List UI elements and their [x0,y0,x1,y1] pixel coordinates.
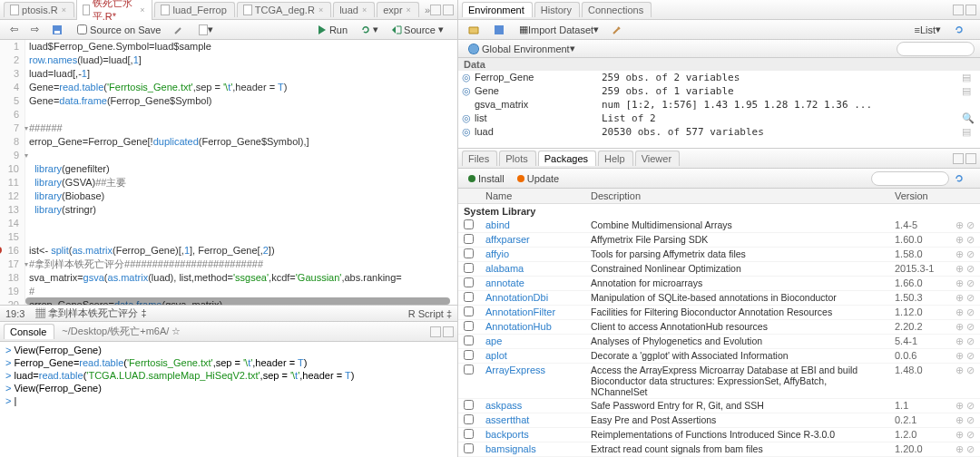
minimize-pane-icon[interactable] [953,153,964,164]
install-button[interactable]: Install [464,172,509,185]
scope-selector[interactable]: Global Environment ▾ [464,42,580,55]
history-tab[interactable]: History [534,2,580,17]
code-area[interactable]: luad$Ferrop_Gene.Symbol=luad$samplerow.n… [25,40,457,305]
close-icon[interactable]: × [318,5,323,15]
pkg-remove-icon[interactable]: ⊘ [966,350,975,362]
refresh-button[interactable] [949,172,971,185]
refresh-button[interactable] [949,24,971,36]
pkg-load-checkbox[interactable] [464,321,474,331]
pkg-remove-icon[interactable]: ⊘ [966,263,975,275]
maximize-pane-icon[interactable] [965,5,976,15]
packages-tab[interactable]: Packages [538,151,596,166]
rerun-button[interactable]: ▾ [356,23,383,36]
pkg-remove-icon[interactable]: ⊘ [966,234,975,246]
pkg-name-link[interactable]: backports [485,429,529,440]
env-row[interactable]: ◎Ferrop_Gene259 obs. of 2 variables▤ [458,71,980,84]
path-dropdown-icon[interactable]: ☆ [169,326,181,337]
load-workspace-button[interactable] [464,24,485,36]
pkg-remove-icon[interactable]: ⊘ [966,429,975,441]
env-row[interactable]: ◎Gene259 obs. of 1 variable▤ [458,84,980,98]
env-row[interactable]: ◎luad20530 obs. of 577 variables▤ [458,125,980,139]
env-action-icon[interactable] [962,99,976,111]
pkg-web-icon[interactable]: ⊕ [956,306,964,318]
forward-button[interactable]: ⇨ [26,23,44,36]
pkg-load-checkbox[interactable] [464,335,474,345]
expand-icon[interactable] [462,99,475,111]
source-on-save-box[interactable] [77,24,87,34]
expand-icon[interactable]: ◎ [462,112,475,124]
expand-icon[interactable]: ◎ [462,126,475,138]
save-button[interactable] [47,24,69,36]
pkg-remove-icon[interactable]: ⊘ [966,443,975,455]
plots-tab[interactable]: Plots [499,151,535,166]
run-button[interactable]: Run [312,24,352,36]
pkg-name-link[interactable]: assertthat [485,414,529,425]
pkg-remove-icon[interactable]: ⊘ [966,365,975,376]
env-action-icon[interactable]: ▤ [962,126,976,138]
notebook-button[interactable]: ▾ [194,23,218,36]
pkg-web-icon[interactable]: ⊕ [956,335,964,347]
pkg-load-checkbox[interactable] [464,365,474,374]
files-tab[interactable]: Files [462,151,497,166]
expand-icon[interactable]: ◎ [462,85,475,97]
console-tab[interactable]: Console [4,324,54,339]
pkg-load-checkbox[interactable] [464,248,474,258]
source-on-save-checkbox[interactable]: Source on Save [73,24,165,36]
pkg-remove-icon[interactable]: ⊘ [966,414,975,426]
pkg-load-checkbox[interactable] [464,414,474,424]
pkg-load-checkbox[interactable] [464,234,474,244]
editor-tab[interactable]: expr× [377,2,419,17]
environment-tab[interactable]: Environment [462,2,533,17]
pkg-name-link[interactable]: AnnotationHub [485,321,552,332]
pkg-load-checkbox[interactable] [464,277,474,287]
editor-tab[interactable]: TCGA_deg.R× [237,2,331,17]
pkg-remove-icon[interactable]: ⊘ [966,248,975,260]
pkg-name-link[interactable]: abind [485,219,510,230]
find-button[interactable] [169,24,191,36]
pkg-load-checkbox[interactable] [464,263,474,273]
horizontal-scrollbar[interactable] [25,297,450,305]
pkg-name-link[interactable]: AnnotationFilter [485,306,555,317]
pkg-name-link[interactable]: aplot [485,350,507,361]
editor-tab[interactable]: luad× [333,2,375,17]
pkg-name-link[interactable]: alabama [485,263,524,274]
close-icon[interactable]: × [362,5,367,15]
pkg-web-icon[interactable]: ⊕ [956,414,964,426]
viewer-tab[interactable]: Viewer [635,151,680,166]
pkg-web-icon[interactable]: ⊕ [956,292,964,304]
pkg-web-icon[interactable]: ⊕ [956,429,964,441]
pkg-web-icon[interactable]: ⊕ [956,263,964,275]
pkg-web-icon[interactable]: ⊕ [956,350,964,362]
env-row[interactable]: ◎listList of 2🔍 [458,112,980,125]
editor-tab[interactable]: ptosis.R× [4,2,74,17]
pkg-web-icon[interactable]: ⊕ [956,277,964,289]
pkg-remove-icon[interactable]: ⊘ [966,335,975,347]
maximize-pane-icon[interactable] [443,326,454,337]
pkg-load-checkbox[interactable] [464,292,474,302]
view-mode-selector[interactable]: ≡ List ▾ [909,23,946,36]
maximize-pane-icon[interactable] [443,5,454,15]
minimize-pane-icon[interactable] [953,5,964,15]
help-tab[interactable]: Help [598,151,633,166]
env-row[interactable]: gsva_matrixnum [1:2, 1:576] 1.43 1.95 1.… [458,98,980,112]
save-workspace-button[interactable] [489,24,511,36]
pkg-load-checkbox[interactable] [464,400,474,410]
pkg-web-icon[interactable]: ⊕ [956,321,964,333]
pkg-web-icon[interactable]: ⊕ [956,248,964,260]
env-action-icon[interactable]: ▤ [962,72,976,83]
pkg-load-checkbox[interactable] [464,350,474,360]
minimize-pane-icon[interactable] [430,5,441,15]
clear-workspace-button[interactable] [607,24,629,36]
connections-tab[interactable]: Connections [582,2,652,17]
pkg-search-input[interactable] [871,171,949,186]
pkg-load-checkbox[interactable] [464,443,474,453]
pkg-remove-icon[interactable]: ⊘ [966,277,975,289]
doc-outline-button[interactable]: ▦ 拿到样本铁死亡评分 ‡ [35,306,146,320]
back-button[interactable]: ⇦ [5,23,23,36]
editor-tab[interactable]: luad_Ferrop [154,2,234,17]
pkg-name-link[interactable]: annotate [485,277,524,288]
pkg-name-link[interactable]: ape [485,335,502,346]
pkg-name-link[interactable]: AnnotationDbi [485,292,548,303]
pkg-web-icon[interactable]: ⊕ [956,234,964,246]
maximize-pane-icon[interactable] [965,153,976,164]
